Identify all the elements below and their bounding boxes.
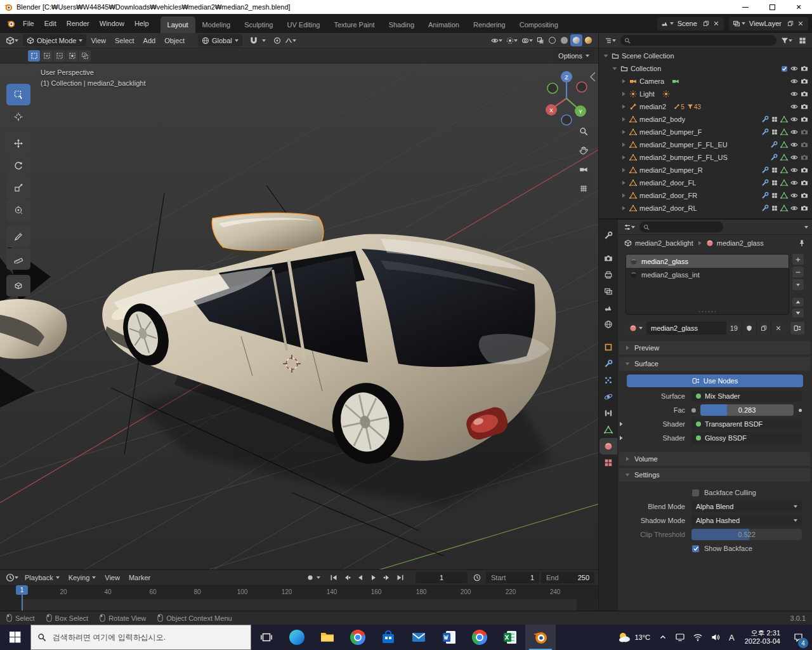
previous-keyframe-button[interactable] [340, 573, 353, 583]
hide-eye-icon[interactable] [790, 204, 798, 212]
expand-icon[interactable] [618, 421, 624, 427]
breadcrumb-object[interactable]: median2_backlight [635, 239, 693, 247]
outliner-item-label[interactable]: median2_door_FL [639, 179, 696, 187]
breadcrumb-material[interactable]: median2_glass [717, 239, 764, 247]
render-visibility-icon[interactable] [801, 179, 808, 187]
menu-view[interactable]: View [86, 35, 110, 46]
outliner-item-label[interactable]: median2_door_FR [639, 192, 697, 199]
play-button[interactable] [367, 573, 380, 583]
fac-slider[interactable]: 0.283 [700, 404, 794, 416]
jump-to-end-button[interactable] [393, 573, 407, 583]
expand-icon[interactable] [618, 435, 624, 441]
options-dropdown[interactable]: Options [553, 50, 594, 62]
blender-logo-icon[interactable] [6, 19, 15, 28]
taskbar-app-blender[interactable] [525, 625, 556, 650]
workspace-tab-rendering[interactable]: R​endering [466, 17, 513, 33]
props-tab-tool[interactable] [599, 227, 617, 244]
taskbar-app-mail[interactable] [403, 625, 434, 650]
outliner-row-mesh[interactable]: median2_bumper_F_FL_EU [599, 138, 812, 151]
hide-eye-icon[interactable] [790, 192, 798, 199]
hide-eye-icon[interactable] [790, 65, 798, 72]
props-tab-material[interactable] [599, 438, 617, 454]
outliner-row-median2[interactable]: median2 5 43 [599, 100, 812, 113]
tool-rotate[interactable] [6, 155, 30, 176]
taskbar-app-browser[interactable] [464, 625, 495, 650]
show-backface-checkbox[interactable] [691, 545, 700, 553]
weather-widget[interactable]: 13°C [613, 625, 654, 650]
minimize-button[interactable] [732, 0, 759, 14]
menu-edit[interactable]: Edit [39, 17, 62, 30]
expand-icon[interactable] [620, 167, 627, 173]
scene-selector[interactable]: Scene [657, 17, 724, 30]
outliner-item-label[interactable]: median2_bumper_F_FL_EU [639, 141, 728, 149]
expand-icon[interactable] [620, 180, 627, 186]
outliner-row-mesh[interactable]: median2_door_FR [599, 189, 812, 202]
playhead-marker[interactable]: 1 [16, 585, 28, 595]
clock-widget[interactable]: 오후 2:31 2022-03-04 [740, 629, 785, 646]
menu-file[interactable]: File [18, 17, 39, 30]
pan-tool-button[interactable] [577, 143, 591, 157]
tray-display-button[interactable] [672, 625, 688, 650]
material-slot-selected[interactable]: median2_glass [626, 255, 789, 268]
shading-material-button[interactable] [570, 34, 582, 46]
view-layer-selector[interactable]: ViewLayer [729, 17, 808, 30]
render-visibility-icon[interactable] [801, 154, 808, 161]
unlink-scene-icon[interactable] [711, 18, 721, 29]
tray-volume-button[interactable] [707, 625, 724, 650]
outliner-item-label[interactable]: median2_bumper_F [639, 128, 702, 136]
expand-icon[interactable] [620, 91, 627, 97]
material-users-button[interactable]: 19 [726, 322, 742, 335]
resize-grip[interactable] [699, 311, 716, 312]
action-center-button[interactable]: 4 [787, 625, 809, 650]
tool-annotate[interactable] [6, 226, 30, 248]
move-slot-down-button[interactable] [792, 308, 804, 317]
render-visibility-icon[interactable] [801, 90, 808, 98]
camera-view-button[interactable] [577, 162, 591, 176]
props-tab-modifiers[interactable] [599, 355, 617, 372]
add-slot-button[interactable] [792, 254, 804, 265]
shading-solid-button[interactable] [558, 34, 570, 46]
shader2-dropdown[interactable]: Glossy BSDF [691, 432, 802, 444]
workspace-tab-shading[interactable]: Shading [382, 17, 421, 33]
viewport-canvas[interactable]: Z X Y [0, 63, 598, 569]
gizmo-x-neg-axis[interactable] [577, 82, 587, 92]
expand-icon[interactable] [620, 103, 627, 110]
xray-toggle[interactable] [535, 34, 546, 46]
expand-icon[interactable] [620, 154, 627, 161]
fake-user-button[interactable] [742, 322, 757, 335]
outliner-item-label[interactable]: median2_bumper_R [639, 166, 703, 174]
workspace-tab-layout[interactable]: Layout [160, 17, 195, 33]
remove-slot-button[interactable] [792, 267, 804, 277]
clip-threshold-slider[interactable]: 0.522 [691, 529, 802, 540]
view-layer-name[interactable]: ViewLayer [745, 20, 785, 27]
tool-measure[interactable] [6, 248, 30, 270]
menu-keying[interactable]: Keying [64, 572, 101, 583]
node-tree-button[interactable] [790, 322, 804, 335]
workspace-tab-texture-paint[interactable]: Texture Paint [327, 17, 381, 33]
outliner-display-options-button[interactable] [797, 34, 808, 46]
outliner-item-label[interactable]: Camera [639, 77, 664, 85]
outliner-row-mesh[interactable]: median2_door_RL [599, 202, 812, 215]
workspace-tab-sculpting[interactable]: Sculpting [237, 17, 280, 33]
render-visibility-icon[interactable] [801, 141, 808, 149]
blend-mode-dropdown[interactable]: Alpha Blend [691, 501, 802, 512]
workspace-tab-modeling[interactable]: Modeling [195, 17, 238, 33]
surface-shader-dropdown[interactable]: Mix Shader [691, 390, 802, 402]
select-mode-new-button[interactable] [28, 50, 40, 62]
play-reverse-button[interactable] [353, 573, 367, 583]
material-slot[interactable]: median2_glass_int [626, 268, 789, 281]
expand-icon[interactable] [603, 53, 609, 59]
props-tab-particles[interactable] [599, 372, 617, 388]
gizmos-dropdown[interactable] [504, 34, 520, 46]
taskbar-app-store[interactable] [373, 625, 403, 650]
mode-dropdown[interactable]: Object Mode [23, 34, 86, 46]
timeline-editor-type-button[interactable] [4, 572, 20, 584]
viewport-3d[interactable]: Z X Y User Perspective (1) Collection | … [0, 63, 598, 569]
menu-playback[interactable]: Playback [20, 572, 64, 583]
props-tab-view-layer[interactable] [599, 283, 617, 300]
unlink-material-button[interactable] [771, 322, 785, 335]
timeline-track[interactable] [0, 599, 598, 611]
workspace-tab-compositing[interactable]: Compositing [513, 17, 565, 33]
hide-eye-icon[interactable] [790, 90, 798, 98]
shading-wireframe-button[interactable] [546, 34, 558, 46]
